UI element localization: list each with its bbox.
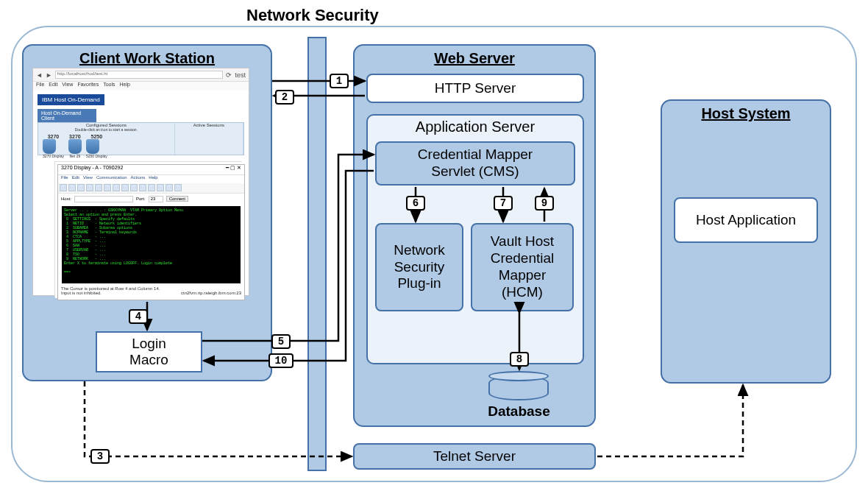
nsp-label: NetworkSecurityPlug-in: [394, 242, 445, 292]
cms-label: Credential MapperServlet (CMS): [418, 146, 533, 180]
login-macro-box: LoginMacro: [96, 331, 202, 372]
forward-icon: ►: [46, 71, 52, 79]
diagram-title: Network Security: [246, 6, 379, 25]
login-macro-label: LoginMacro: [129, 336, 168, 368]
telnet-server-box: Telnet Server: [353, 443, 596, 470]
menu-item: Edit: [49, 82, 57, 91]
database-label: Database: [477, 403, 561, 420]
vault-hcm-box: Vault HostCredentialMapper(HCM): [471, 223, 574, 311]
database-cylinder: [488, 371, 549, 405]
refresh-icon: ⟳: [226, 71, 232, 79]
toolbar-icon: [157, 184, 164, 191]
address-bar: http://localhost/hod/test.ht: [55, 71, 224, 79]
step-5: 5: [271, 334, 291, 349]
session-name: flex 29: [68, 154, 82, 158]
input-msg: Input is not inhibited.: [61, 291, 102, 295]
step-2: 2: [275, 90, 294, 105]
terminal-toolbar: [58, 183, 244, 194]
maximize-icon: ▢: [230, 165, 235, 170]
http-server-box: HTTP Server: [366, 74, 584, 103]
toolbar-icon: [77, 184, 85, 191]
toolbar-icon: [86, 184, 93, 191]
toolbar-icon: [95, 184, 102, 191]
toolbar-icon: [174, 184, 182, 191]
toolbar-icon: [60, 184, 67, 191]
hod-banner: IBM Host On-Demand: [38, 94, 104, 105]
terminal-titlebar: 3270 Display - A - T090292 ━ ▢ ✕: [58, 165, 244, 175]
menu-item: File: [61, 175, 68, 183]
hod-tab: Host On-Demand Client: [38, 109, 96, 122]
host-application-label: Host Application: [696, 212, 796, 228]
step-8: 8: [510, 352, 529, 367]
menu-item: View: [83, 175, 93, 183]
menu-item: Communication: [96, 175, 127, 183]
host-input: [74, 196, 133, 202]
statusbar-host: ctn2fvm.rtp.raleigh.ibm.com:23: [181, 291, 241, 295]
menu-item: File: [36, 82, 44, 91]
browser-toolbar: ◄ ► http://localhost/hod/test.ht ⟳ test: [33, 68, 249, 82]
step-10: 10: [268, 353, 294, 368]
toolbar-icon: [113, 184, 120, 191]
back-icon: ◄: [36, 71, 43, 79]
toolbar-icon: [104, 184, 111, 191]
menu-item: View: [62, 82, 73, 91]
menu-item: Edit: [72, 175, 79, 183]
terminal-title: 3270 Display - A - T090292: [61, 165, 123, 174]
host-system-heading: Host System: [662, 101, 830, 125]
step-7: 7: [494, 196, 513, 211]
step-3: 3: [90, 449, 110, 464]
connect-button: Connect: [166, 196, 188, 202]
telnet-server-label: Telnet Server: [433, 448, 516, 465]
terminal-status: The Cursor is positioned at Row 4 and Co…: [58, 286, 244, 299]
menu-item: Favorites: [77, 82, 99, 91]
menu-item: Actions: [131, 175, 146, 183]
http-server-label: HTTP Server: [435, 80, 516, 96]
terminal-conn-fields: Host: Port: Connect: [58, 194, 244, 204]
port-input: [149, 196, 163, 202]
session-name: 5250 Display: [86, 154, 107, 158]
session-proto: 3270: [43, 134, 64, 139]
port-label: Port:: [136, 197, 146, 201]
network-security-plugin-box: NetworkSecurityPlug-in: [375, 223, 463, 311]
close-icon: ✕: [237, 165, 241, 170]
client-heading: Client Work Station: [24, 46, 271, 70]
toolbar-icon: [148, 184, 155, 191]
step-6: 6: [406, 196, 425, 211]
step-1: 1: [330, 74, 349, 88]
toolbar-icon: [121, 184, 129, 191]
shield-icon: [86, 139, 99, 154]
terminal-menubar: File Edit View Communication Actions Hel…: [58, 175, 244, 183]
shield-icon: [43, 139, 56, 154]
tab-label: test: [235, 71, 246, 79]
active-sessions-header: Active Sessions: [175, 123, 243, 127]
toolbar-icon: [68, 184, 76, 191]
toolbar-icon: [139, 184, 146, 191]
host-application-box: Host Application: [674, 197, 818, 243]
hcm-label: Vault HostCredentialMapper(HCM): [491, 233, 555, 300]
session-name: 3270 Display: [43, 154, 64, 158]
minimize-icon: ━: [226, 165, 229, 170]
sessions-panel: Configured Sessions Double-click an icon…: [38, 122, 244, 155]
shield-icon: [68, 139, 82, 154]
menu-item: Help: [120, 82, 130, 91]
toolbar-icon: [130, 184, 138, 191]
cms-box: Credential MapperServlet (CMS): [375, 141, 575, 186]
session-proto: 3270: [68, 134, 82, 139]
session-proto: 5250: [86, 134, 107, 139]
toolbar-icon: [166, 184, 173, 191]
application-server-heading: Application Server: [368, 116, 583, 138]
terminal-window: 3270 Display - A - T090292 ━ ▢ ✕ File Ed…: [57, 164, 245, 300]
step-4: 4: [129, 309, 148, 324]
host-label: Host:: [61, 197, 71, 201]
web-server-heading: Web Server: [355, 46, 594, 70]
step-9: 9: [535, 196, 554, 211]
menu-item: Tools: [103, 82, 115, 91]
menu-item: Help: [149, 175, 157, 183]
network-security-bar: [307, 37, 327, 471]
browser-menubar: File Edit View Favorites Tools Help: [33, 82, 249, 91]
terminal-screen: Server .. . . . . : GSKKYMAN VTAM Primar…: [62, 206, 241, 283]
